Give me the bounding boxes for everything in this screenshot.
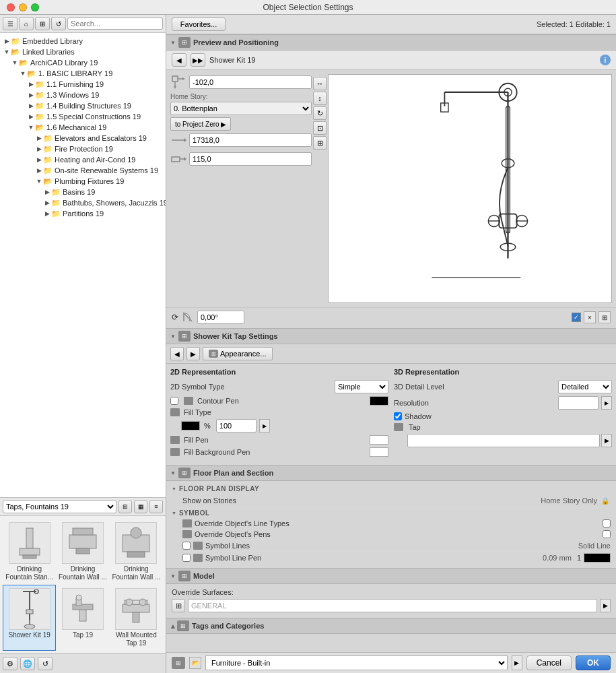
tree-label: Plumbing Fixtures 19 [55, 177, 124, 185]
folder-icon: 📁 [35, 90, 44, 100]
tags-collapse-icon[interactable]: ▶ [170, 624, 176, 628]
tree-item-fire[interactable]: 📁 Fire Protection 19 [0, 143, 166, 154]
maximize-button[interactable] [31, 3, 39, 11]
home-story-select[interactable]: 0. Bottenplan [170, 102, 312, 115]
preview-check1[interactable] [572, 313, 581, 322]
missing-arrow-btn[interactable]: ▶ [601, 434, 612, 447]
settings-prev-btn[interactable]: ◀ [170, 347, 184, 360]
snap-btn[interactable]: ⊞ [313, 136, 327, 150]
thumbnail-category-select[interactable]: Taps, Fountains 19 [3, 500, 116, 513]
detail-level-select[interactable]: Detailed [558, 380, 612, 393]
flip-v-btn[interactable]: ↕ [313, 92, 327, 105]
thumb-image [9, 588, 50, 630]
appearance-icon: ⊞ [209, 350, 218, 358]
tree-item-building[interactable]: 📁 1.4 Building Structures 19 [0, 100, 166, 111]
override-line-types-checkbox[interactable] [603, 519, 611, 527]
tree-label: Heating and Air-Cond 19 [55, 156, 135, 164]
tree-item-partitions[interactable]: 📁 Partitions 19 [0, 208, 166, 219]
contour-pen-checkbox[interactable] [170, 397, 178, 405]
symbol-collapse[interactable]: ▼ [172, 511, 176, 515]
fill-percent-arrow[interactable]: ▶ [259, 419, 270, 432]
tree-item-furnishing[interactable]: 📁 1.1 Furnishing 19 [0, 79, 166, 90]
minimize-button[interactable] [19, 3, 27, 11]
thumb-view-btn2[interactable]: ▦ [134, 500, 147, 513]
x-position-input[interactable]: -102,0 [189, 75, 312, 89]
flip-h-btn[interactable]: ↔ [313, 77, 327, 90]
globe-btn[interactable]: 🌐 [20, 657, 35, 670]
favorites-button[interactable]: Favorites... [172, 18, 226, 31]
resolution-arrow[interactable]: ▶ [601, 396, 612, 410]
list-view-btn[interactable]: ☰ [3, 17, 18, 30]
refresh-btn[interactable]: ↺ [51, 17, 66, 30]
resolution-row: Resolution 12 ▶ [394, 396, 612, 410]
symbol-type-select[interactable]: Simple [335, 380, 388, 393]
appearance-button[interactable]: ⊞ Appearance... [203, 347, 273, 360]
library-icon[interactable]: 📂 [189, 657, 201, 669]
preview-collapse-icon[interactable]: ▼ [170, 40, 176, 46]
preview-small-btn1[interactable]: × [584, 311, 596, 323]
general-surface-input[interactable]: GENERAL [188, 599, 597, 612]
symbol-line-pen-checkbox[interactable] [182, 554, 191, 562]
home-btn[interactable]: ⌂ [19, 17, 34, 30]
tree-item-onsite[interactable]: 📁 On-site Renewable Systems 19 [0, 165, 166, 176]
preview-small-btn2[interactable]: ⊞ [598, 311, 611, 323]
tree-item-mechanical[interactable]: 📂 1.6 Mechanical 19 [0, 122, 166, 133]
floor-plan-collapse-icon[interactable]: ▼ [170, 470, 176, 476]
fill-percent-input[interactable]: 100 [216, 419, 256, 432]
show-stories-lock-btn[interactable]: 🔒 [600, 495, 611, 506]
model-collapse-icon[interactable]: ▼ [170, 573, 176, 579]
floor-plan-section: ▼ ⊞ Floor Plan and Section ▼ FLOOR PLAN … [166, 465, 616, 567]
thumb-item-drinking3[interactable]: Drinking Fountain Wall ... [110, 519, 163, 585]
search-input[interactable] [67, 18, 163, 30]
y-position-input[interactable]: 17318,0 [189, 133, 312, 147]
thumb-item-shower[interactable]: Shower Kit 19 [3, 585, 56, 651]
mirror-btn[interactable]: ⊡ [313, 121, 327, 135]
to-project-zero-btn[interactable]: to Project Zero ▶ [170, 117, 231, 131]
general-surface-arrow[interactable]: ▶ [600, 599, 611, 612]
folder-icon: 📁 [11, 36, 20, 46]
furniture-arrow-btn[interactable]: ▶ [512, 655, 522, 670]
tree-item-basins[interactable]: 📁 Basins 19 [0, 187, 166, 197]
thumb-view-btn3[interactable]: ≡ [149, 500, 163, 513]
floor-plan-header: ▼ ⊞ Floor Plan and Section [166, 465, 616, 481]
thumb-item-drinking1[interactable]: Drinking Fountain Stan... [3, 519, 56, 585]
settings-btn[interactable]: ⚙ [3, 657, 18, 670]
tree-label: Basins 19 [63, 188, 95, 196]
info-icon[interactable]: i [600, 55, 611, 65]
override-pens-checkbox[interactable] [603, 530, 611, 538]
ok-button[interactable]: OK [576, 655, 611, 670]
tree-item-linked[interactable]: 📂 Linked Libraries [0, 46, 166, 57]
tree-item-archicad[interactable]: 📂 ArchiCAD Library 19 [0, 57, 166, 68]
tree-item-embedded[interactable]: 📁 Embedded Library [0, 36, 166, 46]
cancel-button[interactable]: Cancel [526, 655, 572, 670]
thumb-item-drinking2[interactable]: Drinking Fountain Wall ... [56, 519, 109, 585]
tree-item-special[interactable]: 📁 1.5 Special Constructions 19 [0, 111, 166, 122]
thumb-item-tap[interactable]: Tap 19 [56, 585, 109, 651]
tree-item-heating[interactable]: 📁 Heating and Air-Cond 19 [0, 154, 166, 165]
tree-item-bathtubs[interactable]: 📁 Bathtubs, Showers, Jacuzzis 19 [0, 197, 166, 208]
prev-btn[interactable]: ◀ [172, 53, 186, 67]
refresh-bottom-btn[interactable]: ↺ [38, 657, 53, 670]
tree-item-windows[interactable]: 📁 1.3 Windows 19 [0, 90, 166, 100]
tree-item-basic[interactable]: 📂 1. BASIC LIBRARY 19 [0, 68, 166, 79]
settings-next-btn[interactable]: ▶ [186, 347, 200, 360]
close-button[interactable] [7, 3, 15, 11]
tree-item-elevators[interactable]: 📁 Elevators and Escalators 19 [0, 133, 166, 143]
missing-input[interactable]: MISSING [407, 434, 600, 447]
thumb-item-wallmounted[interactable]: Wall Mounted Tap 19 [110, 585, 163, 651]
next-btn[interactable]: ▶▶ [191, 53, 205, 67]
furniture-select[interactable]: Furniture - Built-in [205, 655, 508, 670]
thumb-view-btn1[interactable]: ⊞ [118, 500, 132, 513]
library-tree[interactable]: 📁 Embedded Library 📂 Linked Libraries 📂 … [0, 33, 166, 498]
rotate-btn[interactable]: ↻ [313, 106, 327, 120]
settings-collapse-icon[interactable]: ▼ [170, 333, 176, 340]
angle-input[interactable]: 0,00° [197, 311, 244, 324]
fp-display-collapse[interactable]: ▼ [172, 486, 176, 491]
shadow-checkbox[interactable] [394, 412, 402, 420]
z-position-input[interactable]: 115,0 [189, 152, 312, 166]
symbol-lines-checkbox[interactable] [182, 542, 191, 550]
tree-item-plumbing[interactable]: 📂 Plumbing Fixtures 19 [0, 176, 166, 187]
search-btn[interactable]: ⊞ [35, 17, 50, 30]
resolution-input[interactable]: 12 [558, 396, 598, 410]
thumb-label: Tap 19 [73, 631, 93, 639]
